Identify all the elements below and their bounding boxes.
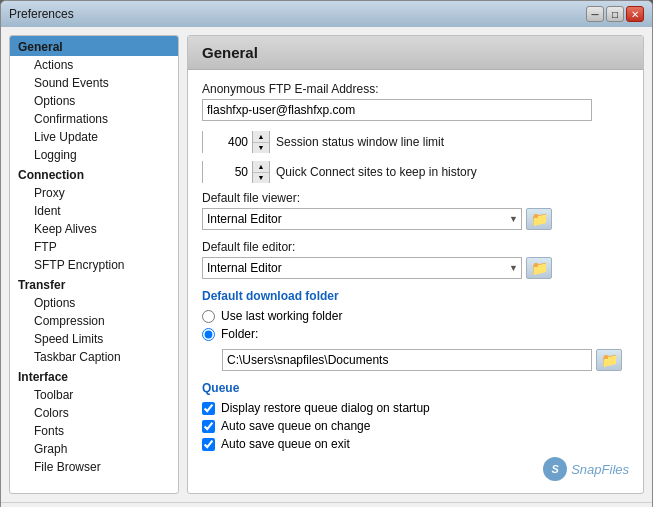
sidebar-item-colors[interactable]: Colors [10,404,178,422]
session-limit-btns: ▲ ▼ [253,131,269,153]
quick-connect-up[interactable]: ▲ [253,161,269,173]
queue-title: Queue [202,381,629,395]
download-folder-title: Default download folder [202,289,629,303]
window-controls: ─ □ ✕ [586,6,644,22]
sidebar-item-speed-limits[interactable]: Speed Limits [10,330,178,348]
default-viewer-wrapper: Internal Editor [202,208,522,230]
checkbox-auto-save-exit: Auto save queue on exit [202,437,629,451]
sidebar-item-general[interactable]: General [10,36,178,56]
checkbox-auto-save-change-label[interactable]: Auto save queue on change [221,419,370,433]
folder-path-row: 📁 [222,349,629,371]
sidebar-item-transfer-options[interactable]: Options [10,294,178,312]
default-editor-wrapper: Internal Editor [202,257,522,279]
session-limit-label: Session status window line limit [276,135,444,149]
sidebar-item-sftp-encryption[interactable]: SFTP Encryption [10,256,178,274]
title-bar: Preferences ─ □ ✕ [1,1,652,27]
sidebar-item-actions[interactable]: Actions [10,56,178,74]
sidebar-item-keep-alives[interactable]: Keep Alives [10,220,178,238]
quick-connect-row: ▲ ▼ Quick Connect sites to keep in histo… [202,161,629,183]
quick-connect-label: Quick Connect sites to keep in history [276,165,477,179]
preferences-window: Preferences ─ □ ✕ General Actions Sound … [0,0,653,507]
checkbox-auto-save-exit-label[interactable]: Auto save queue on exit [221,437,350,451]
checkbox-auto-save-change: Auto save queue on change [202,419,629,433]
sidebar: General Actions Sound Events Options Con… [9,35,179,494]
default-viewer-row: Internal Editor 📁 [202,208,629,230]
checkbox-display-restore-input[interactable] [202,402,215,415]
default-viewer-browse-button[interactable]: 📁 [526,208,552,230]
sidebar-item-sound-events[interactable]: Sound Events [10,74,178,92]
sidebar-item-fonts[interactable]: Fonts [10,422,178,440]
window-title: Preferences [9,7,74,21]
sidebar-item-compression[interactable]: Compression [10,312,178,330]
quick-connect-btns: ▲ ▼ [253,161,269,183]
default-viewer-group: Default file viewer: Internal Editor 📁 [202,191,629,230]
checkbox-display-restore-label[interactable]: Display restore queue dialog on startup [221,401,430,415]
checkbox-auto-save-exit-input[interactable] [202,438,215,451]
default-editor-browse-button[interactable]: 📁 [526,257,552,279]
default-editor-row: Internal Editor 📁 [202,257,629,279]
main-header: General [188,36,643,70]
window-body: General Actions Sound Events Options Con… [1,27,652,502]
main-body: Anonymous FTP E-mail Address: ▲ ▼ Sess [188,70,643,493]
quick-connect-down[interactable]: ▼ [253,173,269,184]
default-editor-label: Default file editor: [202,240,629,254]
sidebar-item-ftp[interactable]: FTP [10,238,178,256]
sidebar-item-ident[interactable]: Ident [10,202,178,220]
main-content-wrapper: General Anonymous FTP E-mail Address: ▲ [187,35,644,494]
default-editor-select[interactable]: Internal Editor [202,257,522,279]
sidebar-item-live-update[interactable]: Live Update [10,128,178,146]
session-limit-input[interactable] [203,131,253,153]
sidebar-item-logging[interactable]: Logging [10,146,178,164]
sidebar-item-proxy[interactable]: Proxy [10,184,178,202]
download-folder-group: Use last working folder Folder: [202,309,629,341]
session-limit-up[interactable]: ▲ [253,131,269,143]
default-viewer-select[interactable]: Internal Editor [202,208,522,230]
sidebar-item-interface[interactable]: Interface [10,366,178,386]
checkbox-auto-save-change-input[interactable] [202,420,215,433]
sidebar-item-confirmations[interactable]: Confirmations [10,110,178,128]
close-button[interactable]: ✕ [626,6,644,22]
radio-use-last-working: Use last working folder [202,309,629,323]
checkbox-display-restore: Display restore queue dialog on startup [202,401,629,415]
main-content: General Anonymous FTP E-mail Address: ▲ [187,35,644,494]
sidebar-item-toolbar[interactable]: Toolbar [10,386,178,404]
radio-folder: Folder: [202,327,629,341]
sidebar-item-transfer[interactable]: Transfer [10,274,178,294]
quick-connect-input[interactable] [203,161,253,183]
sidebar-item-graph[interactable]: Graph [10,440,178,458]
sidebar-item-file-browser[interactable]: File Browser [10,458,178,476]
ftp-email-label: Anonymous FTP E-mail Address: [202,82,629,96]
snapfiles-watermark: S SnapFiles [202,457,629,481]
sidebar-item-taskbar-caption[interactable]: Taskbar Caption [10,348,178,366]
session-limit-down[interactable]: ▼ [253,143,269,154]
snapfiles-text: SnapFiles [571,462,629,477]
snap-logo-icon: S [543,457,567,481]
ftp-email-group: Anonymous FTP E-mail Address: [202,82,629,121]
default-editor-group: Default file editor: Internal Editor 📁 [202,240,629,279]
radio-last-input[interactable] [202,310,215,323]
maximize-button[interactable]: □ [606,6,624,22]
session-limit-spinner: ▲ ▼ [202,131,270,153]
radio-folder-label[interactable]: Folder: [221,327,258,341]
folder-path-browse-button[interactable]: 📁 [596,349,622,371]
session-limit-row: ▲ ▼ Session status window line limit [202,131,629,153]
minimize-button[interactable]: ─ [586,6,604,22]
default-viewer-label: Default file viewer: [202,191,629,205]
quick-connect-spinner: ▲ ▼ [202,161,270,183]
footer: Help OK Cancel Apply [1,502,652,507]
radio-folder-input[interactable] [202,328,215,341]
ftp-email-input[interactable] [202,99,592,121]
folder-path-input[interactable] [222,349,592,371]
sidebar-item-options[interactable]: Options [10,92,178,110]
radio-last-label[interactable]: Use last working folder [221,309,342,323]
sidebar-item-connection[interactable]: Connection [10,164,178,184]
